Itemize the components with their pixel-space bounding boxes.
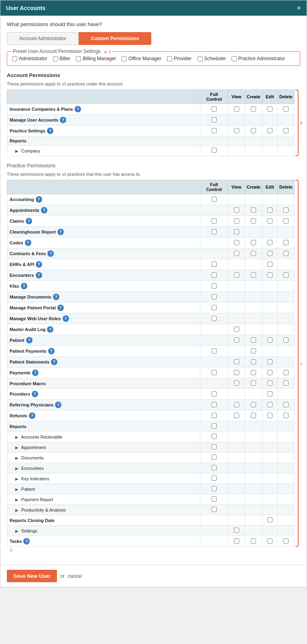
- custom-permissions-toggle[interactable]: Custom Permissions: [79, 32, 151, 45]
- help-icon[interactable]: ?: [36, 196, 42, 203]
- modal-footer: Save New User or cancel: [0, 565, 307, 587]
- row-name: Contracts & Fees ?: [7, 248, 200, 259]
- table-row: Refunds ?: [7, 410, 295, 421]
- close-button[interactable]: ×: [297, 4, 301, 12]
- preset-checkbox-office-manager[interactable]: [122, 56, 127, 61]
- row-name: Claims ?: [7, 216, 200, 227]
- help-icon[interactable]: ?: [47, 250, 54, 257]
- help-icon[interactable]: ?: [51, 359, 57, 365]
- help-icon[interactable]: ?: [63, 315, 69, 322]
- row-name: Reports Closing Date: [7, 515, 200, 526]
- preset-checkbox-provider[interactable]: [167, 56, 172, 61]
- preset-arrow: ▲ a: [104, 49, 111, 54]
- practice-permissions-table: Full Control View Create Edit Delete Acc…: [7, 180, 295, 547]
- help-icon[interactable]: ?: [48, 348, 55, 354]
- preset-roles: Administrator Biller Billing Manager Off…: [12, 56, 295, 61]
- row-name: Accounting ?: [7, 194, 200, 205]
- col-name: [7, 180, 200, 194]
- full-control-cell: [200, 146, 228, 156]
- help-icon[interactable]: ?: [60, 117, 66, 123]
- delete-checkbox[interactable]: [283, 207, 289, 213]
- practice-permissions-title: Practice Permissions: [7, 163, 300, 169]
- full-control-checkbox[interactable]: [211, 197, 217, 202]
- delete-checkbox[interactable]: [283, 128, 289, 133]
- help-icon[interactable]: ?: [57, 229, 64, 235]
- preset-role-administrator: Administrator: [12, 56, 47, 61]
- help-icon[interactable]: ?: [53, 294, 59, 300]
- account-admin-toggle[interactable]: Account Administrator: [7, 32, 79, 45]
- help-icon[interactable]: ?: [47, 326, 53, 333]
- table-row: Contracts & Fees ?: [7, 248, 295, 259]
- view-cell: [228, 115, 245, 126]
- view-cell: [228, 136, 245, 146]
- edit-cell: [262, 146, 277, 156]
- row-name: Manage User Accounts ?: [7, 115, 200, 126]
- help-icon[interactable]: ?: [25, 240, 31, 246]
- help-icon[interactable]: ?: [75, 106, 81, 112]
- help-icon[interactable]: ?: [29, 412, 35, 419]
- help-icon[interactable]: ?: [36, 272, 42, 278]
- col-delete: Delete: [277, 180, 294, 194]
- delete-cell: [277, 104, 294, 115]
- help-icon[interactable]: ?: [32, 370, 39, 376]
- modal-body: What permissions should this user have? …: [0, 16, 307, 565]
- delete-cell: [277, 115, 294, 126]
- row-name: Manage Patient Portal ?: [7, 303, 200, 313]
- full-control-checkbox[interactable]: [211, 128, 217, 133]
- help-icon[interactable]: ?: [26, 337, 33, 343]
- delete-checkbox[interactable]: [283, 106, 289, 112]
- preset-checkbox-practice-admin[interactable]: [232, 56, 237, 61]
- edit-checkbox[interactable]: [267, 106, 272, 112]
- save-new-user-button[interactable]: Save New User: [7, 570, 57, 582]
- table-row: Clearinghouse Report ?: [7, 227, 295, 238]
- full-control-checkbox[interactable]: [211, 106, 217, 112]
- view-checkbox[interactable]: [234, 207, 239, 213]
- account-permissions-section: Account Permissions These permissions ap…: [7, 72, 300, 156]
- full-control-checkbox[interactable]: [211, 117, 217, 122]
- preset-checkbox-billing-manager[interactable]: [76, 56, 81, 61]
- view-checkbox[interactable]: [234, 106, 239, 112]
- col-full-control: Full Control: [200, 180, 228, 194]
- preset-role-provider: Provider: [167, 56, 192, 61]
- view-checkbox[interactable]: [234, 128, 239, 133]
- table-row: Patient ?: [7, 335, 295, 346]
- help-icon[interactable]: ?: [23, 538, 30, 544]
- table-row: Patient Payments ?: [7, 346, 295, 357]
- table-row: EHRs & API ?: [7, 259, 295, 270]
- full-control-cell: [200, 136, 228, 146]
- help-icon[interactable]: ?: [26, 218, 32, 224]
- help-icon[interactable]: ?: [55, 402, 61, 408]
- col-view: View: [228, 90, 245, 104]
- table-row: Encounters ?: [7, 270, 295, 281]
- row-name: Referring Physicians ?: [7, 400, 200, 410]
- table-row: Accounting ?: [7, 194, 295, 205]
- help-icon[interactable]: ?: [36, 261, 42, 268]
- table-row: ▶ Productivity & Analysis: [7, 505, 295, 515]
- cancel-link[interactable]: cancel: [68, 573, 82, 579]
- preset-checkbox-scheduler[interactable]: [197, 56, 203, 61]
- edit-checkbox[interactable]: [267, 207, 272, 213]
- create-checkbox[interactable]: [251, 106, 256, 112]
- help-icon[interactable]: ?: [32, 391, 38, 397]
- create-cell: [245, 104, 262, 115]
- row-name: Clearinghouse Report ?: [7, 227, 200, 238]
- help-icon[interactable]: ?: [41, 207, 47, 213]
- help-icon[interactable]: ?: [21, 283, 27, 289]
- help-icon[interactable]: ?: [57, 305, 64, 311]
- table-row: Manage User Accounts ?: [7, 115, 295, 126]
- create-checkbox[interactable]: [251, 207, 256, 213]
- full-control-checkbox[interactable]: [211, 148, 217, 153]
- col-name: [7, 90, 200, 104]
- modal-header: User Accounts ×: [0, 0, 307, 16]
- edit-checkbox[interactable]: [267, 128, 272, 133]
- preset-role-office-manager: Office Manager: [122, 56, 161, 61]
- row-name: ▶ Company: [7, 146, 200, 156]
- create-cell: [245, 146, 262, 156]
- preset-checkbox-biller[interactable]: [53, 56, 58, 61]
- row-name: Manage Documents ?: [7, 292, 200, 303]
- create-checkbox[interactable]: [251, 128, 256, 133]
- preset-checkbox-administrator[interactable]: [12, 56, 17, 61]
- delete-cell: [277, 126, 294, 136]
- help-icon[interactable]: ?: [47, 128, 53, 134]
- row-name: Patient Payments ?: [7, 346, 200, 357]
